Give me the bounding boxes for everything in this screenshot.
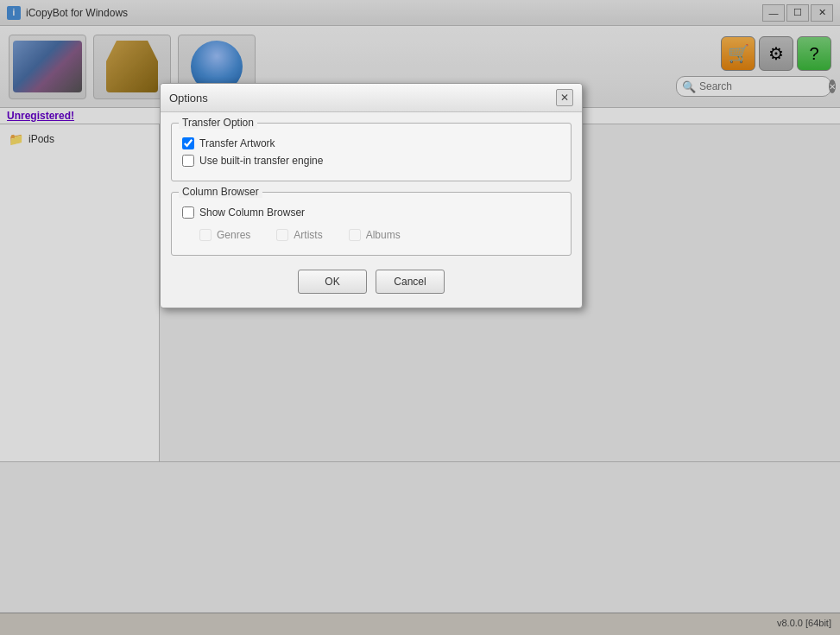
dialog-body: Transfer Option Transfer Artwork Use bui… [161, 112, 582, 308]
show-column-browser-row: Show Column Browser [182, 206, 560, 219]
dialog-title-bar: Options ✕ [161, 84, 582, 112]
use-builtin-checkbox[interactable] [182, 155, 194, 167]
transfer-artwork-checkbox[interactable] [182, 137, 194, 149]
use-builtin-row: Use built-in transfer engine [182, 155, 560, 167]
genres-label: Genres [217, 229, 250, 241]
albums-row: Albums [349, 229, 401, 241]
artists-checkbox [276, 229, 288, 241]
options-dialog: Options ✕ Transfer Option Transfer Artwo… [160, 83, 583, 308]
transfer-option-legend: Transfer Option [179, 117, 257, 129]
transfer-option-group: Transfer Option Transfer Artwork Use bui… [171, 123, 572, 181]
albums-label: Albums [366, 229, 401, 241]
ok-button[interactable]: OK [298, 270, 367, 294]
transfer-artwork-label[interactable]: Transfer Artwork [199, 137, 275, 149]
use-builtin-label[interactable]: Use built-in transfer engine [199, 155, 323, 167]
cancel-button[interactable]: Cancel [376, 270, 445, 294]
artists-row: Artists [276, 229, 322, 241]
albums-checkbox [349, 229, 361, 241]
show-column-browser-label[interactable]: Show Column Browser [199, 206, 305, 219]
column-browser-legend: Column Browser [179, 186, 262, 198]
show-column-browser-checkbox[interactable] [182, 206, 194, 219]
genres-checkbox [199, 229, 212, 241]
dialog-title: Options [169, 92, 208, 105]
genres-row: Genres [199, 229, 250, 241]
dialog-buttons: OK Cancel [171, 270, 572, 297]
dialog-close-button[interactable]: ✕ [556, 89, 573, 106]
modal-overlay: Options ✕ Transfer Option Transfer Artwo… [0, 0, 840, 635]
sub-checkboxes: Genres Artists Albums [199, 224, 560, 244]
transfer-artwork-row: Transfer Artwork [182, 137, 560, 149]
column-browser-group: Column Browser Show Column Browser Genre… [171, 192, 572, 256]
artists-label: Artists [294, 229, 322, 241]
